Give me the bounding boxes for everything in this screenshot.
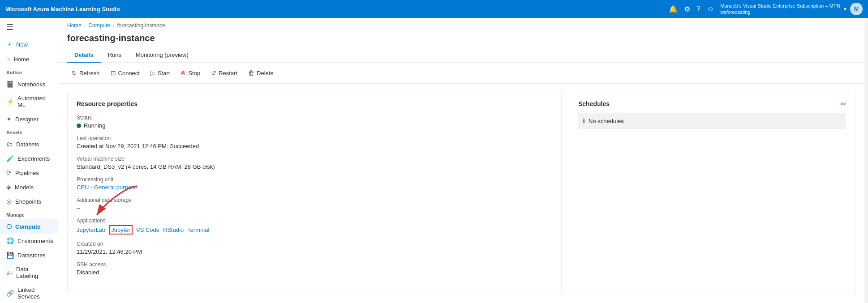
sidebar-item-notebooks[interactable]: 📓 Notebooks [0,77,58,91]
smiley-icon[interactable]: ☺ [707,5,714,13]
experiments-icon: 🧪 [6,155,14,162]
sidebar-item-environments[interactable]: 🌐 Environments [0,234,58,248]
no-schedules-message: ℹ No schedules [578,113,846,129]
prop-applications: Applications JupyterLab Jupyter VS Code … [77,218,552,235]
terminal-link[interactable]: Terminal [187,226,209,233]
models-icon: ◈ [6,184,11,191]
breadcrumb-sep2: › [113,23,114,28]
sidebar-item-compute[interactable]: ⬡ Compute [0,219,58,234]
ssh-access-value: Disabled [77,269,552,276]
breadcrumb: Home › Compute › forecasting-instance [58,18,864,31]
stop-icon: ⊗ [180,69,186,77]
processing-unit-link[interactable]: CPU - General purpose [77,184,138,191]
ssh-access-label: SSH access [77,261,552,268]
app-title: Microsoft Azure Machine Learning Studio [5,6,669,13]
sidebar-item-new[interactable]: ＋ New [0,37,58,52]
info-icon: ℹ [583,117,585,124]
tab-details[interactable]: Details [67,48,101,63]
sidebar-item-data-labeling[interactable]: 🏷 Data Labeling [0,262,58,283]
resource-panel-title: Resource properties [77,100,552,107]
applications-label: Applications [77,218,552,224]
schedules-header: Schedules ✏ [578,100,846,107]
pipelines-icon: ⟳ [6,169,12,176]
scrollbar[interactable] [864,18,868,303]
vscode-link[interactable]: VS Code [136,226,159,233]
breadcrumb-home[interactable]: Home [67,22,82,29]
start-icon: ▷ [150,69,155,77]
last-operation-label: Last operation [77,135,552,141]
sidebar-item-designer-label: Designer [15,116,39,123]
sidebar-item-compute-label: Compute [15,223,40,230]
sidebar-item-endpoints-label: Endpoints [15,198,41,205]
refresh-button[interactable]: ↻ Refresh [67,67,104,79]
connect-icon: ⊡ [111,69,116,77]
avatar[interactable]: M [850,3,863,15]
jupyterlab-link[interactable]: JupyterLab [77,226,105,233]
rstudio-link[interactable]: RStudio [163,226,184,233]
datastores-icon: 💾 [6,252,14,259]
two-col-layout: Resource properties Status Running Last … [58,84,864,303]
hamburger-button[interactable]: ☰ [0,18,58,37]
tabs-bar: Details Runs Monitoring (preview) [58,48,864,63]
sidebar-item-linked-services[interactable]: 🔗 Linked Services [0,283,58,303]
breadcrumb-instance: forecasting-instance [117,22,165,29]
data-labeling-icon: 🏷 [6,269,13,276]
user-menu[interactable]: Muneeb's Visual Studio Enterprise Subscr… [720,3,863,16]
environments-icon: 🌐 [6,237,14,244]
compute-icon: ⬡ [6,223,12,230]
sidebar-item-linked-services-label: Linked Services [17,286,52,300]
sidebar-item-datasets-label: Datasets [16,141,39,148]
sidebar: ☰ ＋ New ⌂ Home Author 📓 Notebooks ⚡ Auto… [0,18,58,303]
help-icon[interactable]: ? [696,5,700,13]
tab-monitoring[interactable]: Monitoring (preview) [129,48,196,63]
endpoints-icon: ◎ [6,198,12,205]
toolbar: ↻ Refresh ⊡ Connect ▷ Start ⊗ Stop ↺ Res… [58,63,864,84]
topbar: Microsoft Azure Machine Learning Studio … [0,0,868,18]
sidebar-item-datasets[interactable]: 🗂 Datasets [0,137,58,151]
jupyter-link[interactable]: Jupyter [109,225,133,235]
sidebar-item-datastores[interactable]: 💾 Datastores [0,248,58,262]
sidebar-item-endpoints[interactable]: ◎ Endpoints [0,194,58,209]
sidebar-item-datastores-label: Datastores [17,252,46,259]
automated-ml-icon: ⚡ [6,98,14,105]
connect-button[interactable]: ⊡ Connect [106,67,144,79]
delete-button[interactable]: 🗑 Delete [244,67,278,79]
restart-button[interactable]: ↺ Restart [206,67,242,79]
additional-storage-value: -- [77,205,552,211]
user-chevron-icon: ▼ [843,7,847,12]
sidebar-item-home-label: Home [13,56,29,63]
prop-last-operation: Last operation Created at Nov 29, 2021 1… [77,135,552,149]
user-subscription: Muneeb's Visual Studio Enterprise Subscr… [720,3,840,9]
linked-services-icon: 🔗 [6,290,14,297]
sidebar-item-automated-ml[interactable]: ⚡ Automated ML [0,91,58,112]
manage-section: Manage [0,209,58,219]
designer-icon: ✦ [6,115,12,123]
sidebar-item-home[interactable]: ⌂ Home [0,52,58,66]
no-schedules-text: No schedules [589,118,624,124]
sidebar-item-data-labeling-label: Data Labeling [16,266,52,279]
topbar-icons: 🔔 ⚙ ? ☺ Muneeb's Visual Studio Enterpris… [669,3,863,16]
stop-button[interactable]: ⊗ Stop [176,67,205,79]
processing-unit-value: CPU - General purpose [77,184,552,191]
sidebar-item-experiments-label: Experiments [17,155,50,162]
sidebar-item-models[interactable]: ◈ Models [0,180,58,194]
sidebar-item-environments-label: Environments [17,238,53,244]
prop-vm-size: Virtual machine size Standard_DS3_v2 (4 … [77,156,552,170]
sidebar-item-pipelines[interactable]: ⟳ Pipelines [0,166,58,180]
last-operation-value: Created at Nov 29, 2021 12:46 PM: Succee… [77,143,552,149]
tab-runs[interactable]: Runs [101,48,129,63]
start-button[interactable]: ▷ Start [146,67,174,79]
edit-schedules-icon[interactable]: ✏ [841,100,846,107]
home-icon: ⌂ [6,55,10,63]
settings-icon[interactable]: ⚙ [684,5,690,13]
breadcrumb-compute[interactable]: Compute [88,22,110,29]
sidebar-item-experiments[interactable]: 🧪 Experiments [0,151,58,166]
user-info: Muneeb's Visual Studio Enterprise Subscr… [720,3,840,16]
bell-icon[interactable]: 🔔 [669,5,678,13]
created-on-label: Created on [77,241,552,247]
plus-icon: ＋ [6,40,13,48]
sidebar-item-designer[interactable]: ✦ Designer [0,112,58,126]
restart-icon: ↺ [211,69,216,77]
page-title: forecasting-instance [58,31,864,48]
status-value: Running [77,122,552,129]
